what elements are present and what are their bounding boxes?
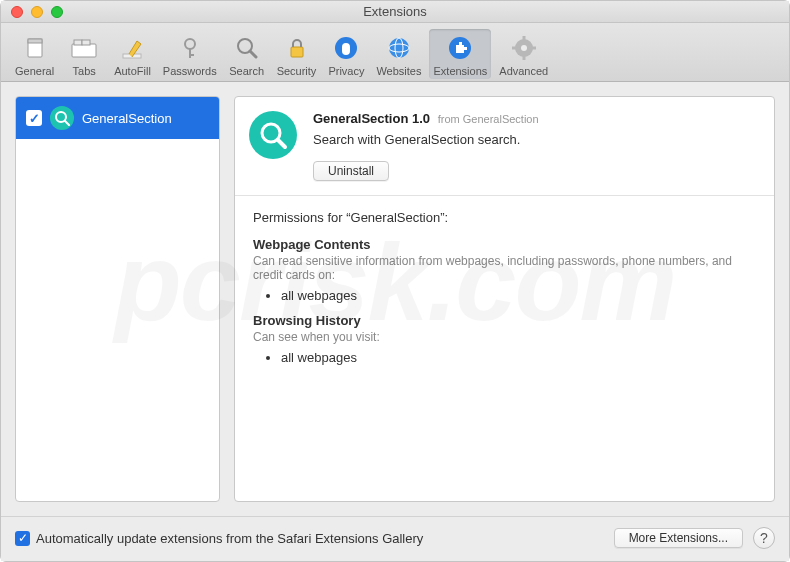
auto-update-checkbox[interactable]: ✓ <box>15 531 30 546</box>
tab-passwords[interactable]: Passwords <box>159 29 221 79</box>
extension-title: GeneralSection 1.0 <box>313 111 430 126</box>
tab-privacy[interactable]: Privacy <box>324 29 368 79</box>
tab-autofill[interactable]: AutoFill <box>110 29 155 79</box>
titlebar: Extensions <box>1 1 789 23</box>
websites-icon <box>384 33 414 63</box>
security-icon <box>282 33 312 63</box>
svg-rect-11 <box>291 47 303 57</box>
advanced-icon <box>509 33 539 63</box>
extension-author: from GeneralSection <box>438 113 539 125</box>
autofill-icon <box>117 33 147 63</box>
window-title: Extensions <box>1 4 789 19</box>
svg-line-27 <box>278 140 285 147</box>
extension-detail: GeneralSection 1.0 from GeneralSection S… <box>234 96 775 502</box>
tab-websites[interactable]: Websites <box>372 29 425 79</box>
perm-desc-webpage: Can read sensitive information from webp… <box>253 254 756 282</box>
tab-label: Passwords <box>163 65 217 77</box>
extension-icon <box>50 106 74 130</box>
perm-list-history: all webpages <box>281 350 756 365</box>
svg-rect-3 <box>74 40 82 45</box>
perm-heading-history: Browsing History <box>253 313 756 328</box>
tab-advanced[interactable]: Advanced <box>495 29 552 79</box>
tab-general[interactable]: General <box>11 29 58 79</box>
tab-label: Tabs <box>73 65 96 77</box>
svg-rect-13 <box>342 43 350 55</box>
tab-label: AutoFill <box>114 65 151 77</box>
tab-label: Advanced <box>499 65 548 77</box>
close-icon[interactable] <box>11 6 23 18</box>
preferences-toolbar: General Tabs AutoFill Passwords Search <box>1 23 789 82</box>
permissions-section: Permissions for “GeneralSection”: Webpag… <box>235 196 774 389</box>
svg-rect-7 <box>189 48 191 58</box>
extensions-sidebar: ✓ GeneralSection <box>15 96 220 502</box>
perm-desc-history: Can see when you visit: <box>253 330 756 344</box>
tab-search[interactable]: Search <box>225 29 269 79</box>
perm-list-webpage: all webpages <box>281 288 756 303</box>
svg-rect-1 <box>28 39 42 43</box>
svg-point-6 <box>185 39 195 49</box>
footer: ✓ Automatically update extensions from t… <box>1 516 789 561</box>
tab-label: Extensions <box>433 65 487 77</box>
auto-update[interactable]: ✓ Automatically update extensions from t… <box>15 531 423 546</box>
search-icon <box>232 33 262 63</box>
detail-header: GeneralSection 1.0 from GeneralSection S… <box>235 97 774 196</box>
extension-name: GeneralSection <box>82 111 172 126</box>
tab-label: Privacy <box>328 65 364 77</box>
extension-enabled-checkbox[interactable]: ✓ <box>26 110 42 126</box>
svg-rect-4 <box>82 40 90 45</box>
passwords-icon <box>175 33 205 63</box>
uninstall-button[interactable]: Uninstall <box>313 161 389 181</box>
general-icon <box>20 33 50 63</box>
window-controls <box>1 6 63 18</box>
sidebar-item-generalsection[interactable]: ✓ GeneralSection <box>16 97 219 139</box>
detail-info: GeneralSection 1.0 from GeneralSection S… <box>313 111 756 181</box>
svg-rect-2 <box>72 44 96 57</box>
preferences-window: Extensions General Tabs AutoFill Passwor… <box>0 0 790 562</box>
perm-heading-webpage: Webpage Contents <box>253 237 756 252</box>
perm-item: all webpages <box>281 288 756 303</box>
tab-label: General <box>15 65 54 77</box>
extension-large-icon <box>249 111 297 159</box>
tab-label: Security <box>277 65 317 77</box>
extension-description: Search with GeneralSection search. <box>313 132 756 147</box>
permissions-title: Permissions for “GeneralSection”: <box>253 210 756 225</box>
perm-item: all webpages <box>281 350 756 365</box>
auto-update-label: Automatically update extensions from the… <box>36 531 423 546</box>
more-extensions-button[interactable]: More Extensions... <box>614 528 743 548</box>
help-button[interactable]: ? <box>753 527 775 549</box>
tab-label: Websites <box>376 65 421 77</box>
tab-security[interactable]: Security <box>273 29 321 79</box>
zoom-icon[interactable] <box>51 6 63 18</box>
tab-tabs[interactable]: Tabs <box>62 29 106 79</box>
tabs-icon <box>69 33 99 63</box>
minimize-icon[interactable] <box>31 6 43 18</box>
privacy-icon <box>331 33 361 63</box>
tab-extensions[interactable]: Extensions <box>429 29 491 79</box>
tab-label: Search <box>229 65 264 77</box>
svg-line-10 <box>250 51 256 57</box>
svg-point-19 <box>521 45 527 51</box>
svg-rect-8 <box>189 54 194 56</box>
svg-point-14 <box>389 38 409 58</box>
content-area: ✓ GeneralSection GeneralSection 1.0 from… <box>1 82 789 516</box>
svg-line-25 <box>65 121 69 125</box>
extensions-icon <box>445 33 475 63</box>
